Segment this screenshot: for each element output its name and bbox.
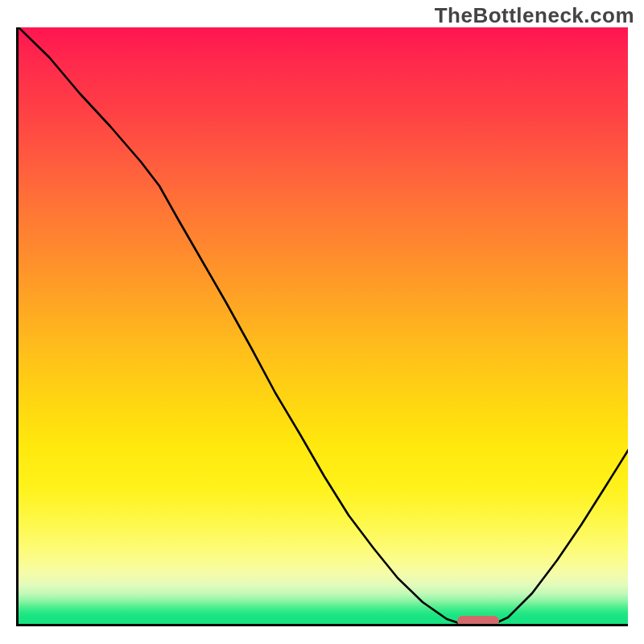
bottleneck-curve xyxy=(19,27,628,626)
watermark-text: TheBottleneck.com xyxy=(435,3,634,28)
optimal-marker xyxy=(457,616,499,626)
plot-area xyxy=(16,27,628,626)
curve-path xyxy=(19,27,628,625)
